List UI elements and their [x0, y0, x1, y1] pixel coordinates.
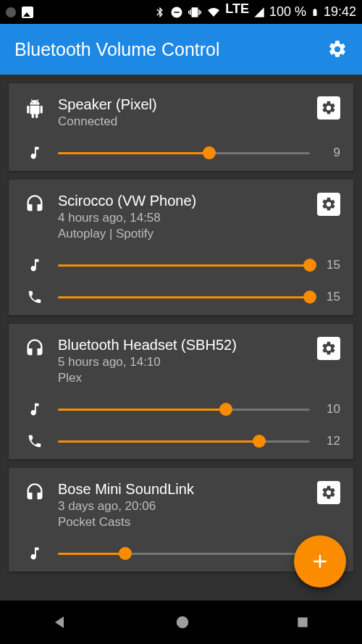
device-card: Speaker (Pixel) Connected 9: [9, 83, 353, 171]
volume-row-music: 4: [22, 545, 340, 561]
headphones-icon: [22, 193, 48, 214]
battery-icon: [311, 6, 319, 19]
device-list: Speaker (Pixel) Connected 9 Scirocco (VW…: [0, 75, 362, 601]
music-slider[interactable]: [58, 146, 310, 160]
device-settings-button[interactable]: [317, 337, 340, 360]
volume-row-music: 15: [22, 257, 340, 273]
android-icon: [22, 96, 48, 120]
nav-home[interactable]: [174, 614, 190, 630]
volume-row-music: 9: [22, 145, 340, 161]
headphones-icon: [22, 481, 48, 503]
app-title: Bluetooth Volume Control: [14, 39, 220, 60]
nav-recent[interactable]: [295, 615, 310, 630]
music-icon: [22, 257, 48, 273]
device-status: 3 days ago, 20:06: [58, 499, 317, 514]
device-status: Connected: [58, 114, 317, 129]
volume-row-call: 15: [22, 289, 340, 305]
music-icon: [22, 145, 48, 161]
volume-row-music: 10: [22, 401, 340, 417]
nav-back[interactable]: [52, 614, 70, 631]
call-value: 12: [320, 434, 340, 448]
device-status: 5 hours ago, 14:10: [58, 355, 317, 369]
music-slider[interactable]: [58, 402, 310, 417]
device-name: Bluetooth Headset (SBH52): [58, 337, 317, 354]
device-settings-button[interactable]: [317, 193, 340, 216]
device-card: Bluetooth Headset (SBH52) 5 hours ago, 1…: [9, 324, 353, 459]
notif-image-icon: [22, 7, 33, 18]
svg-rect-1: [298, 617, 307, 627]
signal-icon: [253, 7, 265, 18]
vibrate-icon: [188, 6, 202, 19]
device-card: Scirocco (VW Phone) 4 hours ago, 14:58 A…: [9, 180, 353, 315]
call-icon: [22, 433, 48, 449]
device-name: Speaker (Pixel): [58, 96, 317, 113]
music-slider[interactable]: [58, 258, 310, 272]
svg-point-0: [177, 616, 189, 629]
device-status: 4 hours ago, 14:58: [58, 211, 317, 225]
plus-icon: [309, 551, 331, 572]
bluetooth-icon: [154, 6, 166, 19]
call-icon: [22, 289, 48, 305]
music-icon: [22, 401, 48, 417]
device-name: Scirocco (VW Phone): [58, 193, 317, 209]
music-icon: [22, 545, 48, 561]
music-value: 10: [320, 402, 340, 417]
app-bar: Bluetooth Volume Control: [0, 24, 362, 75]
clock: 19:42: [324, 4, 356, 20]
music-value: 15: [320, 258, 340, 272]
battery-pct: 100 %: [269, 4, 306, 20]
device-settings-button[interactable]: [317, 96, 340, 120]
music-slider[interactable]: [58, 546, 310, 561]
device-settings-button[interactable]: [317, 481, 340, 504]
volume-row-call: 12: [22, 433, 340, 449]
dnd-icon: [170, 6, 183, 19]
music-value: 9: [320, 146, 340, 160]
add-device-fab[interactable]: [294, 535, 346, 587]
call-slider[interactable]: [58, 434, 310, 448]
recent-icon: [295, 615, 310, 630]
call-value: 15: [320, 290, 340, 304]
device-app: Plex: [58, 371, 317, 385]
device-name: Bose Mini SoundLink: [58, 481, 317, 498]
settings-button[interactable]: [327, 39, 348, 59]
back-icon: [52, 614, 70, 631]
nav-bar: [0, 601, 362, 644]
call-slider[interactable]: [58, 290, 310, 304]
home-icon: [174, 614, 190, 630]
notif-dot-icon: [6, 7, 16, 17]
status-bar: LTE 100 % 19:42: [0, 0, 362, 24]
device-app: Autoplay | Spotify: [58, 227, 317, 241]
lte-label: LTE: [225, 1, 249, 17]
headphones-icon: [22, 337, 48, 359]
wifi-icon: [206, 7, 221, 18]
gear-icon: [327, 39, 348, 59]
device-app: Pocket Casts: [58, 515, 317, 530]
